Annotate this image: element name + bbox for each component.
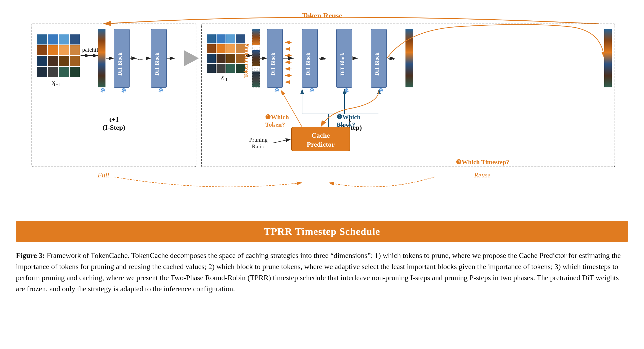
- svg-rect-11: [70, 56, 80, 66]
- ellipsis-left: ...: [137, 53, 143, 61]
- svg-rect-45: [252, 71, 260, 87]
- svg-rect-13: [48, 67, 58, 77]
- snowflake-left-dit1: ❄: [121, 86, 127, 94]
- snowflake-right-1: ❄: [274, 86, 280, 94]
- right-x-subscript: t: [226, 76, 227, 82]
- svg-rect-33: [217, 54, 226, 63]
- svg-rect-1: [48, 34, 58, 44]
- svg-rect-26: [226, 34, 235, 43]
- svg-rect-44: [252, 68, 260, 70]
- svg-line-72: [273, 139, 291, 143]
- svg-rect-15: [70, 67, 80, 77]
- svg-rect-6: [59, 45, 69, 55]
- tprr-bar: TPRR Timestep Schedule: [16, 221, 628, 242]
- figure-num: Figure 3:: [16, 251, 45, 259]
- which-token-label: ❶Which: [265, 114, 289, 120]
- pruning-ratio-label-2: Ratio: [252, 143, 264, 150]
- caption-area: Figure 3: Framework of TokenCache. Token…: [11, 250, 633, 294]
- tprr-label: TPRR Timestep Schedule: [264, 226, 380, 237]
- svg-rect-43: [252, 50, 260, 66]
- full-diagram: Token Reuse: [11, 8, 633, 242]
- dit-block-right-2: DiT Block: [305, 52, 311, 76]
- svg-rect-29: [217, 44, 226, 53]
- which-block-label-2: Block?: [337, 121, 355, 128]
- svg-rect-30: [226, 44, 235, 53]
- cache-predictor-label-2: Predictor: [307, 141, 335, 148]
- svg-rect-24: [207, 34, 216, 43]
- svg-rect-4: [37, 45, 47, 55]
- token-reuse-label: Token Reuse: [302, 11, 342, 20]
- svg-rect-2: [59, 34, 69, 44]
- caption-body: Framework of TokenCache. TokenCache deco…: [16, 251, 621, 293]
- svg-rect-27: [236, 34, 245, 43]
- svg-rect-5: [48, 45, 58, 55]
- snowflake-left-1: ❄: [100, 86, 106, 94]
- svg-rect-14: [59, 67, 69, 77]
- cache-predictor-label-1: Cache: [311, 132, 330, 139]
- main-container: Token Reuse: [11, 8, 633, 294]
- left-x-subscript: t+1: [54, 82, 61, 87]
- svg-rect-32: [207, 54, 216, 63]
- svg-rect-28: [207, 44, 216, 53]
- svg-rect-12: [37, 67, 47, 77]
- dit-block-left-1: DiT Block: [117, 52, 123, 76]
- left-step-sublabel: (I-Step): [103, 124, 125, 131]
- pruning-ratio-label: Pruning: [249, 136, 268, 143]
- svg-rect-42: [252, 47, 260, 49]
- panel-arrow: [184, 50, 199, 66]
- which-timestep-label: ❸Which Timestep?: [456, 159, 509, 165]
- dit-block-left-2: DiT Block: [154, 52, 160, 76]
- caption-text: Figure 3: Framework of TokenCache. Token…: [16, 250, 628, 294]
- svg-rect-34: [226, 54, 235, 63]
- svg-rect-73: [604, 29, 612, 87]
- svg-rect-8: [37, 56, 47, 66]
- token-reuse-arrow: [103, 17, 599, 24]
- snowflake-right-2: ❄: [309, 86, 315, 94]
- ellipsis-right-1: ...: [319, 53, 325, 61]
- token-pruning-label: Token Pruning: [243, 44, 249, 78]
- svg-rect-7: [70, 45, 80, 55]
- which-token-label-2: Token?: [265, 121, 285, 128]
- svg-rect-9: [48, 56, 58, 66]
- svg-rect-3: [70, 34, 80, 44]
- dit-block-right-4: DiT Block: [374, 52, 380, 76]
- left-step-label: t+1: [109, 116, 119, 123]
- svg-rect-41: [252, 29, 260, 45]
- reuse-label: Reuse: [474, 171, 491, 179]
- token-strip-left: [98, 29, 105, 87]
- svg-rect-25: [217, 34, 226, 43]
- snowflake-left-dit2: ❄: [158, 86, 164, 94]
- right-x-label: x: [221, 73, 224, 81]
- svg-rect-10: [59, 56, 69, 66]
- full-label: Full: [97, 171, 109, 179]
- dit-block-right-3: DiT Block: [339, 52, 345, 76]
- which-block-label: ❷Which: [337, 114, 360, 120]
- svg-rect-0: [37, 34, 47, 44]
- dit-block-right-1: DiT Block: [270, 52, 276, 76]
- svg-rect-37: [217, 64, 226, 73]
- svg-rect-38: [226, 64, 235, 73]
- svg-rect-36: [207, 64, 216, 73]
